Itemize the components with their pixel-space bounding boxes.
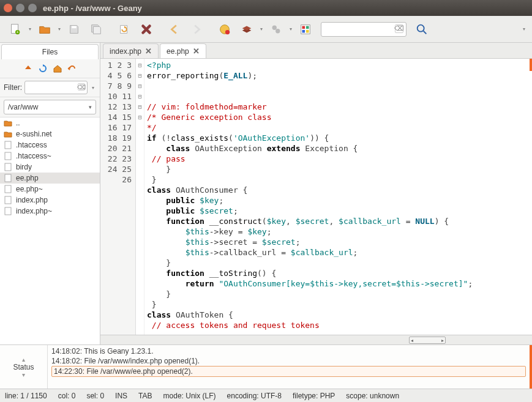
svg-rect-12 [306,29,309,32]
svg-point-5 [225,29,230,34]
nav-home-icon[interactable] [52,63,63,74]
file-item-label: ee.php [16,174,39,182]
nav-set-path-icon[interactable] [67,63,78,74]
window-close-button[interactable] [4,4,12,12]
nav-up-icon[interactable] [23,63,34,74]
main-area: Files Filter: ⌫ ▾ /var/www ▾ ..e-sushi.n… [0,43,532,344]
path-combo[interactable]: /var/www ▾ [4,100,96,114]
fold-column[interactable]: ⊟ ⊟ ⊟ ⊟ ⊟ ⊟ [136,59,144,335]
svg-point-7 [275,29,280,33]
file-icon [4,152,12,160]
compile-button[interactable] [214,19,235,40]
new-file-button[interactable]: + [5,19,26,40]
open-file-button[interactable] [34,19,55,40]
editor-tab[interactable]: ee.php✕ [160,43,206,58]
filter-clear-icon[interactable]: ⌫ [78,83,85,91]
file-icon [4,207,12,215]
status-mode: mode: Unix (LF) [163,392,216,400]
svg-rect-3 [72,26,76,28]
search-input[interactable]: ⌫ [321,22,406,37]
svg-rect-18 [5,185,11,193]
sidebar-tab-files[interactable]: Files [1,44,99,59]
new-file-dropdown[interactable]: ▾ [27,26,33,32]
file-item[interactable]: ee.php~ [0,184,100,195]
messages-up-icon[interactable]: ▴ [22,356,25,363]
editor-tab-label: index.php [110,47,141,56]
save-all-button[interactable] [86,19,107,40]
build-button[interactable] [236,19,257,40]
message-line[interactable]: 14:22:30: File /var/www/ee.php opened(2)… [51,366,526,377]
execute-dropdown[interactable]: ▾ [288,26,294,32]
svg-rect-20 [5,207,11,215]
code-content[interactable]: <?php error_reporting(E_ALL); // vim: fo… [144,59,532,335]
save-button[interactable] [64,19,84,40]
messages-list[interactable]: 14:18:02: This is Geany 1.23.1.14:18:02:… [48,345,532,389]
toolbar-overflow[interactable]: ▾ [521,26,527,32]
file-icon [4,196,12,204]
file-icon [4,174,12,182]
nav-refresh-icon[interactable] [37,63,48,74]
sidebar: Files Filter: ⌫ ▾ /var/www ▾ ..e-sushi.n… [0,43,100,344]
file-item[interactable]: e-sushi.net [0,128,100,140]
color-chooser-button[interactable] [295,19,316,40]
messages-sidebar: ▴ Status ▾ [0,345,48,389]
window-maximize-button[interactable] [28,4,37,12]
file-item[interactable]: birdy [0,162,100,173]
toolbar: + ▾ ▾ ▾ ▾ ⌫ ▾ [0,16,532,43]
status-filetype: filetype: PHP [293,392,335,400]
svg-rect-10 [306,26,309,29]
message-line[interactable]: 14:18:02: This is Geany 1.23.1. [51,346,526,356]
reload-button[interactable] [114,19,135,40]
file-item[interactable]: .. [0,117,100,128]
window-minimize-button[interactable] [16,4,24,12]
file-list[interactable]: ..e-sushi.net.htaccess.htaccess~birdyee.… [0,117,100,344]
scrollbar-thumb[interactable]: ◂▸ [409,337,446,344]
file-icon [4,185,12,193]
editor-tab-label: ee.php [167,47,189,56]
search-clear-icon[interactable]: ⌫ [395,24,403,33]
svg-text:+: + [16,29,18,35]
execute-button[interactable] [266,19,287,40]
svg-rect-16 [5,163,11,171]
file-item-label: index.php [16,196,48,204]
tab-close-icon[interactable]: ✕ [193,47,200,56]
horizontal-scrollbar[interactable]: ◂▸ [100,335,532,344]
status-scope: scope: unknown [346,392,399,400]
file-item[interactable]: index.php [0,195,100,206]
message-line[interactable]: 14:18:02: File /var/www/index.php opened… [51,356,526,366]
messages-down-icon[interactable]: ▾ [22,371,25,378]
file-item[interactable]: .htaccess [0,140,100,151]
search-button[interactable] [411,19,432,40]
change-marker [530,59,532,71]
filter-input[interactable]: ⌫ [24,81,88,94]
status-tab: TAB [138,392,152,400]
file-item[interactable]: index.php~ [0,206,100,217]
filter-dropdown[interactable]: ▾ [90,85,96,91]
build-dropdown[interactable]: ▾ [258,26,264,32]
status-encoding: encoding: UTF-8 [227,392,282,400]
nav-back-button[interactable] [164,19,185,40]
editor-tabs: index.php✕ee.php✕ [100,43,532,59]
window-controls [4,4,37,12]
file-item[interactable]: ee.php [0,173,100,184]
nav-forward-button[interactable] [186,19,207,40]
file-item-label: index.php~ [16,207,52,215]
svg-rect-17 [5,174,11,182]
filter-label: Filter: [4,83,22,92]
messages-status-tab[interactable]: Status [13,363,34,371]
file-item-label: .htaccess [16,141,47,149]
editor-area: index.php✕ee.php✕ 1 2 3 4 5 6 7 8 9 10 1… [100,43,532,344]
folder-icon [4,119,12,127]
code-editor[interactable]: 1 2 3 4 5 6 7 8 9 10 11 12 13 14 15 16 1… [100,59,532,335]
file-item-label: ee.php~ [16,185,43,193]
status-pos: line: 1 / 1150 [5,392,47,400]
status-col: col: 0 [58,392,76,400]
editor-tab[interactable]: index.php✕ [103,43,159,58]
svg-rect-15 [5,152,11,160]
close-file-button[interactable] [136,19,157,40]
file-item[interactable]: .htaccess~ [0,151,100,162]
tab-close-icon[interactable]: ✕ [145,47,152,56]
chevron-down-icon: ▾ [89,104,92,110]
file-icon [4,141,12,149]
open-file-dropdown[interactable]: ▾ [56,26,62,32]
